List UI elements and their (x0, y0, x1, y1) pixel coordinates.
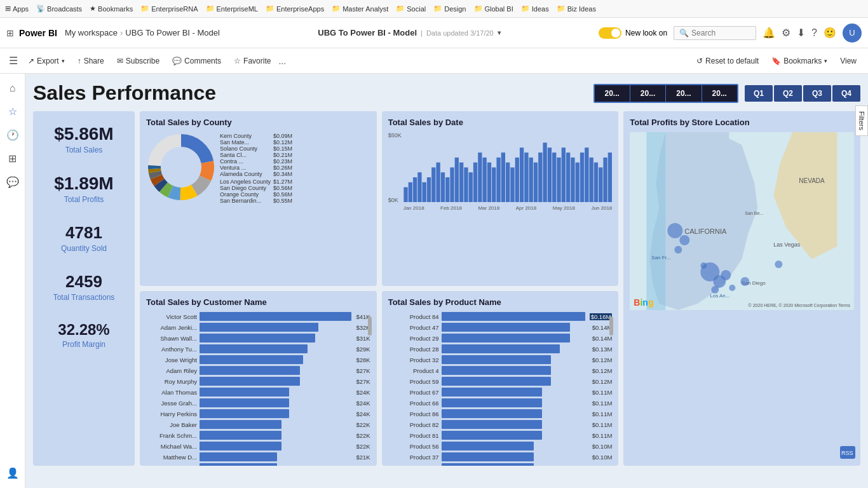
svg-rect-39 (529, 158, 532, 202)
nav-clock-icon[interactable]: 🕐 (3, 125, 23, 145)
svg-rect-21 (445, 177, 449, 202)
stat-profit-margin: 32.28% Profit Margin (39, 321, 128, 349)
list-item: Product 29 $0.14M (388, 334, 613, 342)
bookmarks-design[interactable]: 📁 Design (433, 4, 466, 13)
svg-rect-48 (571, 158, 574, 202)
reset-button[interactable]: ↺ Reset to default (691, 54, 764, 68)
grid-menu-icon[interactable]: ⊞ (6, 28, 14, 38)
year-filter-btn-3[interactable]: 20... (702, 85, 737, 102)
nav-home-icon[interactable]: ⌂ (6, 79, 20, 98)
svg-text:Los An...: Los An... (710, 293, 730, 299)
nav-apps-icon[interactable]: ⊞ (4, 149, 20, 168)
bell-icon[interactable]: 🔔 (763, 27, 775, 39)
bookmarks-ideas[interactable]: 📁 Ideas (521, 4, 549, 13)
svg-rect-18 (431, 167, 435, 202)
svg-rect-55 (603, 158, 607, 202)
product-scrollbar[interactable] (609, 316, 613, 466)
quarter-btn-q1[interactable]: Q1 (745, 85, 773, 102)
folder-icon: 📁 (206, 4, 215, 13)
comments-icon: 💬 (172, 57, 182, 65)
list-item: Victor Scott $41K (146, 312, 370, 321)
header-center-title: UBG To Power BI - Model | Data updated 3… (225, 28, 593, 37)
bookmarks-bookmarks[interactable]: ★ Bookmarks (90, 4, 133, 13)
help-icon[interactable]: ? (811, 27, 817, 39)
svg-rect-24 (459, 163, 463, 202)
search-input[interactable] (691, 29, 749, 37)
subscribe-button[interactable]: ✉ Subscribe (112, 54, 165, 68)
stats-column: $5.86M Total Sales $1.89M Total Profits … (33, 111, 135, 466)
bookmarks-enterpriserna[interactable]: 📁 EnterpriseRNA (140, 4, 198, 13)
svg-text:San Be...: San Be... (745, 211, 764, 215)
svg-rect-14 (413, 177, 417, 202)
quarter-btn-q3[interactable]: Q3 (803, 85, 831, 102)
nav-star-icon[interactable]: ☆ (4, 102, 21, 121)
svg-rect-43 (547, 147, 551, 202)
bookmarks-masteranalyst[interactable]: 📁 Master Analyst (332, 4, 388, 13)
svg-text:Las Vegas: Las Vegas (774, 241, 801, 248)
bookmarks-enterpriseml[interactable]: 📁 EnterpriseML (206, 4, 258, 13)
gear-icon[interactable]: ⚙ (782, 27, 790, 39)
year-filter-btn-2[interactable]: 20... (666, 85, 702, 102)
svg-point-77 (741, 277, 750, 286)
avatar[interactable]: U (843, 24, 862, 43)
svg-text:CALIFORNIA: CALIFORNIA (685, 227, 728, 235)
map-area[interactable]: NEVADA CALIFORNIA San Fr... Los An... Sa… (630, 132, 854, 310)
stat-total-transactions: 2459 Total Transactions (39, 272, 128, 302)
bookmarks-enterpriseapps[interactable]: 📁 EnterpriseApps (266, 4, 324, 13)
bookmarks-social[interactable]: 📁 Social (396, 4, 426, 13)
data-updated-chevron[interactable]: ▾ (498, 29, 501, 36)
stat-quantity-sold: 4781 Quantity Sold (39, 223, 128, 253)
new-look-toggle-pill[interactable] (599, 27, 621, 39)
svg-rect-44 (552, 152, 556, 202)
export-button[interactable]: ↗ Export ▾ (23, 54, 70, 68)
folder-icon: 📁 (332, 4, 341, 13)
share-button[interactable]: ↑ Share (72, 54, 109, 68)
svg-rect-50 (580, 152, 584, 202)
bookmarks-broadcasts[interactable]: 📡 Broadcasts (36, 4, 82, 13)
filters-tab[interactable]: Filters (855, 105, 868, 136)
download-icon[interactable]: ⬇ (797, 27, 805, 39)
svg-rect-42 (543, 143, 546, 203)
customer-chart-card: Total Sales by Customer Name Victor Scot… (140, 291, 377, 466)
nav-person-icon[interactable]: 👤 (3, 463, 23, 483)
reset-icon: ↺ (696, 57, 703, 65)
report-link[interactable]: UBG To Power BI - Model (125, 28, 220, 37)
svg-rect-45 (557, 158, 560, 202)
svg-rect-32 (496, 158, 500, 202)
bookmarks-globalbi[interactable]: 📁 Global BI (474, 4, 513, 13)
svg-rect-28 (478, 152, 482, 202)
svg-rect-38 (524, 152, 528, 202)
county-donut-area: Kern County $0.09M San Mate... $0.12M So… (146, 132, 370, 204)
list-item: Adam Riley $27K (146, 366, 370, 375)
quarter-btn-q2[interactable]: Q2 (774, 85, 802, 102)
search-box[interactable]: 🔍 (674, 26, 756, 40)
bookmarks-bizideas[interactable]: 📁 Biz Ideas (557, 4, 596, 13)
folder-icon: 📁 (521, 4, 530, 13)
view-button[interactable]: View (835, 54, 862, 68)
workspace-link[interactable]: My workspace (65, 28, 118, 37)
subscribe-icon: ✉ (117, 57, 123, 65)
year-filter-btn-1[interactable]: 20... (630, 85, 666, 102)
list-item: Matthew D... $21K (146, 452, 370, 461)
svg-rect-13 (408, 182, 412, 202)
menu-icon[interactable]: ☰ (6, 52, 20, 69)
bookmarks-button[interactable]: 🔖 Bookmarks ▾ (766, 54, 832, 68)
emoji-icon[interactable]: 🙂 (824, 27, 836, 39)
quarter-btn-q4[interactable]: Q4 (832, 85, 860, 102)
svg-rect-40 (533, 163, 537, 202)
svg-rect-54 (599, 167, 602, 202)
comments-button[interactable]: 💬 Comments (167, 54, 226, 68)
svg-rect-20 (440, 172, 444, 202)
breadcrumb: My workspace › UBG To Power BI - Model (65, 28, 220, 37)
list-item: Product 59 $0.12M (388, 377, 613, 386)
nav-chat-icon[interactable]: 💬 (3, 172, 23, 192)
powerbi-logo: Power BI (19, 28, 57, 38)
year-filter-btn-0[interactable]: 20... (595, 85, 630, 102)
customer-scrollbar[interactable] (368, 316, 372, 466)
more-button[interactable]: ... (278, 56, 286, 66)
svg-point-70 (675, 246, 682, 254)
bookmarks-apps[interactable]: ⊞ Apps (5, 4, 29, 13)
customer-bar-list: Victor Scott $41K Adam Jenki... $32K Sha… (146, 312, 370, 466)
favorite-button[interactable]: ☆ Favorite (229, 54, 276, 68)
svg-point-74 (712, 286, 719, 294)
